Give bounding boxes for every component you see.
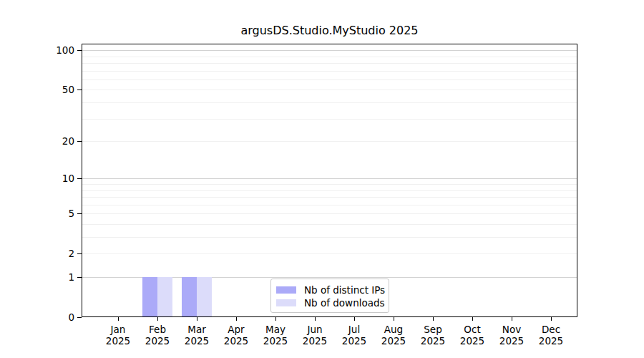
- legend-entry-label: Nb of downloads: [304, 297, 385, 309]
- y-tick-label: 2: [31, 248, 74, 260]
- y-tick: [77, 90, 82, 90]
- y-tick: [77, 50, 82, 51]
- y-tick: [77, 178, 82, 179]
- y-tick: [77, 277, 82, 278]
- legend-entry: Nb of distinct IPs: [271, 284, 389, 296]
- y-tick-label: 1: [31, 271, 74, 284]
- x-tick: [197, 317, 197, 321]
- chart-title: argusDS.Studio.MyStudio 2025: [82, 24, 577, 38]
- y-tick-label: 20: [31, 135, 74, 147]
- y-tick: [77, 317, 82, 318]
- legend-swatch: [276, 299, 296, 306]
- x-tick-label: Dec2025: [522, 324, 580, 347]
- y-tick-label: 10: [31, 173, 74, 185]
- y-tick: [77, 213, 82, 214]
- x-tick: [118, 317, 119, 321]
- x-tick: [315, 317, 316, 321]
- x-tick-label-month: Dec: [522, 324, 580, 335]
- x-tick: [433, 317, 434, 321]
- plot-area: [82, 44, 577, 317]
- legend-entry-label: Nb of distinct IPs: [304, 284, 385, 296]
- y-tick-label: 5: [31, 208, 74, 220]
- legend-swatch: [276, 286, 296, 294]
- x-tick: [275, 317, 276, 321]
- y-tick-label: 0: [31, 311, 74, 324]
- x-tick: [157, 317, 158, 321]
- y-tick: [77, 253, 82, 254]
- y-tick: [77, 141, 82, 142]
- legend: Nb of distinct IPsNb of downloads: [270, 279, 389, 313]
- x-tick: [354, 317, 355, 321]
- x-tick: [551, 317, 552, 321]
- x-tick: [236, 317, 237, 321]
- x-tick-label-year: 2025: [522, 335, 580, 347]
- x-tick: [472, 317, 473, 321]
- y-tick-label: 100: [31, 44, 74, 57]
- x-tick: [512, 317, 512, 321]
- legend-entry: Nb of downloads: [271, 296, 389, 309]
- x-tick: [394, 317, 394, 321]
- bar-chart-figure: argusDS.Studio.MyStudio 2025 01251020501…: [0, 0, 644, 358]
- y-tick-label: 50: [31, 84, 74, 96]
